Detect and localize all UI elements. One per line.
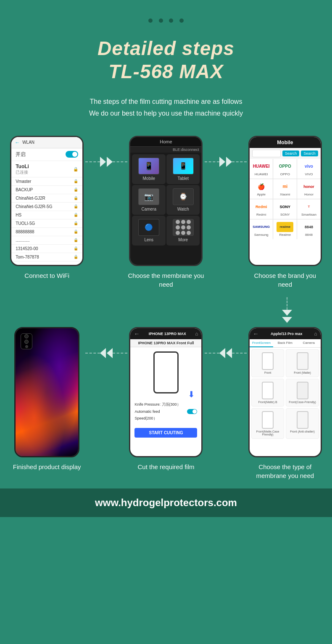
step-3: Mobile Search Search HUAWEI HUAWEI OPP bbox=[247, 136, 324, 289]
xiaomi-label: Xiaomi bbox=[280, 193, 290, 196]
type-case-friendly[interactable]: Front(Case-Friendly) bbox=[286, 379, 319, 406]
speed-label: Speed(200） bbox=[134, 416, 157, 421]
watch-icon: ⌚ bbox=[173, 188, 194, 205]
brand-honor[interactable]: honor Honor bbox=[297, 179, 321, 199]
watch-label: Watch bbox=[177, 207, 189, 211]
wifi-item[interactable]: HS 🔒 bbox=[11, 211, 82, 219]
more-label: More bbox=[178, 238, 188, 242]
chevron-down-1 bbox=[282, 310, 292, 316]
more-icon bbox=[173, 219, 194, 236]
cut-phone-outline bbox=[153, 351, 179, 393]
brand-sony[interactable]: SONY SONY bbox=[273, 199, 297, 219]
auto-feed-toggle[interactable] bbox=[187, 409, 197, 414]
home-grid: 📱 Mobile 📱 Tablet 📷 bbox=[130, 153, 201, 247]
honor-label: Honor bbox=[304, 193, 314, 196]
home-cell-watch[interactable]: ⌚ Watch bbox=[166, 185, 200, 215]
brand-redmi[interactable]: Redmi Redmi bbox=[250, 199, 273, 219]
type-grid: Front Front (Matte) Front(Matte) B bbox=[250, 348, 321, 441]
finished-phone bbox=[14, 327, 79, 457]
redmi-label: Redmi bbox=[256, 213, 266, 216]
arrow-2-3 bbox=[205, 157, 247, 167]
samsung-label: Samsung bbox=[254, 233, 269, 237]
chevron-l1a bbox=[100, 348, 106, 358]
wifi-item[interactable]: 88888888 🔒 bbox=[11, 228, 82, 236]
wifi-item[interactable]: ChinaNet-GJ2R 🔒 bbox=[11, 194, 82, 203]
home-cell-lens[interactable]: 🔵 Lens bbox=[132, 216, 166, 245]
tablet-label: Tablet bbox=[177, 176, 189, 181]
camera-bump bbox=[21, 333, 32, 349]
wifi-item[interactable]: Tom-787878 🔒 bbox=[11, 253, 82, 261]
wifi-item[interactable]: BACKUP 🔒 bbox=[11, 186, 82, 194]
brand-huawei[interactable]: HUAWEI HUAWEI bbox=[250, 159, 273, 179]
step-6: Finished product display bbox=[8, 327, 85, 471]
brand-smartisan[interactable]: T Smartisan bbox=[297, 199, 321, 219]
brand-header: Mobile bbox=[250, 137, 321, 148]
brand-search-box[interactable] bbox=[252, 150, 281, 157]
brand-8848[interactable]: 8848 8848 bbox=[297, 219, 321, 239]
chevrons-left-1 bbox=[100, 348, 113, 358]
type-front-matte-b[interactable]: Front(Matte) B bbox=[251, 379, 285, 406]
home-title: Home bbox=[160, 139, 172, 144]
connected-network-name: TuoLi bbox=[16, 164, 29, 169]
lens-icon: 🔵 bbox=[138, 219, 159, 236]
camera-label: Camera bbox=[141, 207, 156, 211]
wifi-item[interactable]: TUOLI-5G 🔒 bbox=[11, 219, 82, 228]
vivo-logo: vivo bbox=[300, 161, 317, 172]
case-friendly-outline bbox=[297, 382, 308, 399]
brand-title: Mobile bbox=[277, 140, 293, 145]
home-cell-more[interactable]: More bbox=[166, 216, 200, 245]
brand-samsung[interactable]: SAMSUNG Samsung bbox=[250, 219, 273, 239]
brand-xiaomi[interactable]: mi Xiaomi bbox=[273, 179, 297, 199]
brand-oppo[interactable]: OPPO OPPO bbox=[273, 159, 297, 179]
home-phone-mockup: Home BLE:disconnect 📱 Mobile bbox=[129, 136, 203, 266]
arrow-4-6 bbox=[85, 348, 127, 358]
type-header: ← Apple/13 Pro max ⌂ bbox=[250, 328, 321, 339]
tab-camera-film[interactable]: Camera bbox=[297, 339, 320, 347]
wifi-toggle[interactable] bbox=[66, 151, 78, 158]
search-btn-2[interactable]: Search bbox=[301, 150, 318, 156]
brand-vivo[interactable]: vivo VIVO bbox=[297, 159, 321, 179]
home-cell-camera[interactable]: 📷 Camera bbox=[132, 185, 166, 215]
honor-logo: honor bbox=[300, 182, 317, 192]
d2 bbox=[181, 220, 185, 224]
d1 bbox=[176, 220, 180, 224]
wifi-item[interactable]: ChinaNet-GJ2R-5G 🔒 bbox=[11, 203, 82, 211]
search-btn-1[interactable]: Search bbox=[282, 150, 300, 156]
arrow-5-4 bbox=[205, 348, 247, 358]
home-cell-tablet[interactable]: 📱 Tablet bbox=[166, 154, 200, 184]
tab-back-film[interactable]: Back Film bbox=[273, 339, 297, 347]
start-cutting-button[interactable]: START CUUTING bbox=[134, 428, 197, 438]
type-anti-shatter[interactable]: Front (Anti-shatter) bbox=[286, 408, 319, 439]
ble-row: BLE:disconnect bbox=[130, 147, 201, 153]
dashed-line-h1 bbox=[85, 161, 100, 162]
brand-grid: HUAWEI HUAWEI OPPO OPPO vivo VIVO 🍎 bbox=[250, 159, 321, 239]
brand-apple[interactable]: 🍎 Apple bbox=[250, 179, 273, 199]
phone-img: 📱 bbox=[139, 158, 159, 174]
type-front[interactable]: Front bbox=[251, 349, 285, 377]
lens-label: Lens bbox=[144, 238, 153, 242]
type-matte-case[interactable]: Front(Matte,Case Friendly) bbox=[251, 408, 285, 439]
wifi-phone-mockup: ← WLAN 开启 TuoLi 已连接 🔒 bbox=[10, 136, 84, 266]
step-2-caption: Choose the membrane you need bbox=[127, 271, 204, 289]
d8 bbox=[181, 231, 185, 235]
cut-back-icon: ← bbox=[134, 330, 140, 337]
website-link[interactable]: www.hydrogelprotectors.com bbox=[95, 497, 237, 508]
wifi-item[interactable]: 1314520-00 🔒 bbox=[11, 245, 82, 253]
wifi-item[interactable]: ............ 🔒 bbox=[11, 236, 82, 245]
home-cell-mobile[interactable]: 📱 Mobile bbox=[132, 154, 166, 184]
lens-img: 🔵 bbox=[139, 219, 159, 235]
camera-icon: 📷 bbox=[138, 188, 159, 205]
brand-realme[interactable]: realme Realme bbox=[273, 219, 297, 239]
type-front-matte[interactable]: Front (Matte) bbox=[286, 349, 319, 377]
down-arrow-section bbox=[0, 297, 332, 323]
camera-lens-1 bbox=[24, 334, 29, 338]
front-matte-b-outline bbox=[262, 382, 274, 399]
knife-pressure-label: Knife Pressure: 刀压(300） bbox=[134, 402, 180, 407]
vivo-label: VIVO bbox=[305, 172, 313, 176]
wifi-item[interactable]: Vmaster 🔒 bbox=[11, 177, 82, 186]
dashed-line-h2 bbox=[113, 161, 127, 162]
tab-front-screen[interactable]: FrontScreen bbox=[250, 339, 273, 347]
chevron-down-2 bbox=[282, 317, 292, 323]
front-outline bbox=[262, 352, 274, 370]
home-header: Home bbox=[130, 137, 201, 147]
